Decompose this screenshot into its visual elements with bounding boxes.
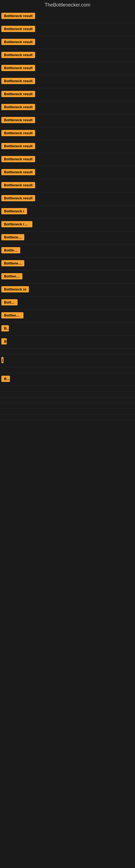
bottleneck-badge[interactable]: Bottleneck resul — [1, 221, 32, 227]
bottleneck-badge[interactable]: Bottleneck result — [1, 156, 35, 162]
result-row: Bottleneck result — [0, 192, 135, 205]
bottleneck-badge[interactable]: Bottleneck — [1, 260, 24, 267]
bottleneck-badge[interactable]: Bottleneck result — [1, 130, 35, 136]
bottleneck-badge[interactable]: Bottleneck re — [1, 286, 29, 292]
result-row: Bottleneck — [0, 310, 135, 322]
result-row — [0, 348, 135, 354]
bottleneck-badge[interactable]: B — [1, 338, 7, 344]
result-row: Bottleneck r — [0, 205, 135, 218]
result-row — [0, 397, 135, 403]
bottleneck-badge[interactable]: Bo — [1, 325, 9, 332]
bottleneck-badge[interactable]: Bottleneck result — [1, 104, 35, 110]
bottleneck-badge[interactable]: Bottleneck result — [1, 26, 35, 32]
result-row: B — [0, 336, 135, 348]
bottleneck-badge[interactable]: Bottleneck result — [1, 39, 35, 45]
result-row: Bo — [0, 322, 135, 336]
bottleneck-badge[interactable]: Bottleneck result — [1, 117, 35, 123]
result-row: | — [0, 354, 135, 367]
result-row: Bottlene — [0, 244, 135, 257]
bottleneck-badge[interactable]: Bottleneck result — [1, 143, 35, 149]
bottleneck-badge[interactable]: Bottleneck result — [1, 169, 35, 175]
result-row: Bottleneck result — [0, 88, 135, 101]
site-title: TheBottlenecker.com — [0, 0, 135, 10]
result-row — [0, 409, 135, 414]
result-row: Bottleneck result — [0, 62, 135, 75]
bottleneck-badge[interactable]: Bottleneck result — [1, 65, 35, 71]
result-row: Bottlenec — [0, 271, 135, 283]
result-row: Bottler — [0, 297, 135, 310]
site-title-text: TheBottlenecker.com — [45, 2, 90, 8]
result-row: Bottleneck re — [0, 283, 135, 297]
bottleneck-badge[interactable]: Bottleneck result — [1, 195, 35, 201]
result-row: Bottleneck resul — [0, 218, 135, 231]
result-row: Bottleneck result — [0, 101, 135, 114]
bottleneck-badge[interactable]: Bottlenec — [1, 273, 22, 279]
bottleneck-badge[interactable]: Bottleneck — [1, 312, 24, 318]
result-row: Bottleneck result — [0, 153, 135, 166]
bottleneck-badge[interactable]: Bottleneck result — [1, 78, 35, 84]
bottleneck-badge[interactable]: Bottleneck result — [1, 52, 35, 58]
result-row: Bottleneck result — [0, 10, 135, 23]
result-row: Bottleneck result — [0, 36, 135, 49]
bottleneck-badge[interactable]: Bottleneck result — [1, 13, 35, 19]
result-row: Bottleneck — [0, 231, 135, 244]
result-row — [0, 367, 135, 373]
result-row — [0, 386, 135, 392]
result-row: Bottleneck — [0, 257, 135, 271]
result-row — [0, 414, 135, 420]
result-row: Bot — [0, 373, 135, 386]
bottleneck-badge[interactable]: | — [1, 357, 3, 363]
bottleneck-badge[interactable]: Bottleneck — [1, 234, 24, 240]
result-row — [0, 403, 135, 409]
result-row: Bottleneck result — [0, 179, 135, 192]
result-row: Bottleneck result — [0, 114, 135, 127]
result-row: Bottleneck result — [0, 166, 135, 179]
result-row: Bottleneck result — [0, 23, 135, 36]
result-row — [0, 392, 135, 397]
bottleneck-badge[interactable]: Bottleneck result — [1, 91, 35, 97]
bottleneck-badge[interactable]: Bottleneck r — [1, 208, 27, 214]
bottleneck-badge[interactable]: Bottleneck result — [1, 182, 35, 188]
result-row: Bottleneck result — [0, 75, 135, 88]
result-row: Bottleneck result — [0, 49, 135, 62]
bottleneck-badge[interactable]: Bottlene — [1, 247, 20, 253]
result-row: Bottleneck result — [0, 127, 135, 140]
bottleneck-badge[interactable]: Bot — [1, 376, 10, 382]
result-row: Bottleneck result — [0, 140, 135, 153]
bottleneck-badge[interactable]: Bottler — [1, 299, 17, 305]
